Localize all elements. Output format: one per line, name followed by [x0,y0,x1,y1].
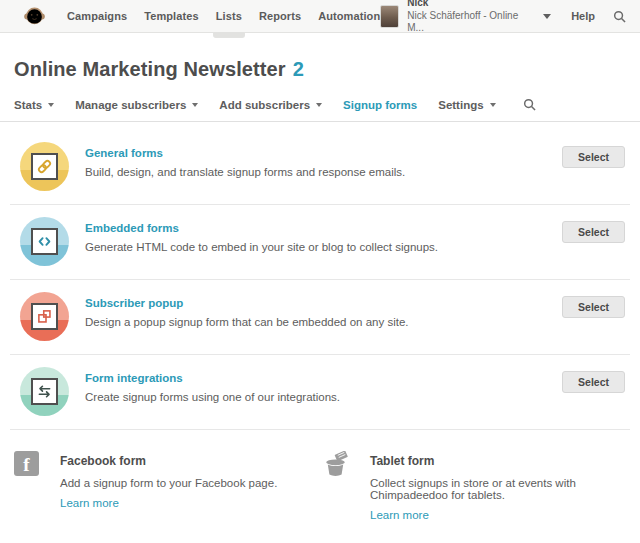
extra-form-description: Collect signups in store or at events wi… [370,477,630,501]
tab-manage-subscribers[interactable]: Manage subscribers [75,99,198,111]
embedded-forms-badge[interactable] [20,217,69,266]
nav-item-automation[interactable]: Automation [318,0,380,32]
signup-form-options: General forms Build, design, and transla… [10,142,630,430]
extra-form-description: Add a signup form to your Facebook page. [60,477,277,489]
popup-windows-icon [31,303,58,330]
form-option-embedded-forms: Embedded forms Generate HTML code to emb… [10,217,630,280]
chimpadeedoo-hat-icon [324,451,350,477]
select-button[interactable]: Select [562,371,625,393]
form-option-description: Design a popup signup form that can be e… [85,316,409,328]
mailchimp-freddie-logo[interactable] [24,6,45,27]
form-integrations-badge[interactable] [20,367,69,416]
avatar[interactable] [380,5,399,28]
account-detail: Nick Schäferhoff - Online M... [407,10,529,35]
link-icon [31,153,58,180]
form-option-form-integrations: Form integrations Create signup forms us… [10,367,630,430]
divider [0,121,640,122]
select-button[interactable]: Select [562,221,625,243]
chevron-down-icon [192,103,198,107]
nav-item-campaigns[interactable]: Campaigns [67,0,127,32]
form-option-description: Build, design, and translate signup form… [85,166,405,178]
form-option-general-forms: General forms Build, design, and transla… [10,142,630,205]
swap-arrows-icon [31,378,58,405]
form-option-description: Create signup forms using one of our int… [85,391,340,403]
learn-more-link[interactable]: Learn more [60,497,119,509]
form-option-title[interactable]: General forms [85,147,405,159]
account-area: Nick Nick Schäferhoff - Online M... Help [380,0,626,35]
form-option-title[interactable]: Embedded forms [85,222,438,234]
help-link[interactable]: Help [571,10,595,22]
code-icon [31,228,58,255]
search-icon [613,10,626,23]
nav-item-lists[interactable]: Lists [216,0,242,32]
facebook-icon: f [14,451,39,476]
account-menu[interactable]: Nick Nick Schäferhoff - Online M... [407,0,529,35]
header-search-button[interactable] [613,10,626,23]
list-search-button[interactable] [523,98,536,111]
top-header: Campaigns Templates Lists Reports Automa… [0,0,640,33]
select-button[interactable]: Select [562,296,625,318]
select-button[interactable]: Select [562,146,625,168]
subscriber-popup-badge[interactable] [20,292,69,341]
chevron-down-icon [490,103,496,107]
extra-form-title: Tablet form [370,454,630,468]
list-title: Online Marketing Newsletter [14,58,286,80]
tab-stats[interactable]: Stats [14,99,54,111]
form-option-subscriber-popup: Subscriber popup Design a popup signup f… [10,292,630,355]
nav-item-reports[interactable]: Reports [259,0,301,32]
page-title: Online Marketing Newsletter2 [14,58,626,81]
search-icon [523,98,536,111]
facebook-form-card: f Facebook form Add a signup form to you… [10,451,320,523]
nav-item-templates[interactable]: Templates [144,0,199,32]
learn-more-link[interactable]: Learn more [370,509,429,521]
tab-signup-forms[interactable]: Signup forms [343,99,417,111]
list-tab-bar: Stats Manage subscribers Add subscribers… [14,98,626,121]
extra-forms-section: f Facebook form Add a signup form to you… [10,451,630,523]
form-option-title[interactable]: Subscriber popup [85,297,409,309]
chevron-down-icon[interactable] [543,14,551,19]
chevron-down-icon [48,103,54,107]
extra-form-title: Facebook form [60,454,277,468]
tab-add-subscribers[interactable]: Add subscribers [219,99,322,111]
form-option-title[interactable]: Form integrations [85,372,340,384]
subscriber-count: 2 [293,58,304,80]
general-forms-badge[interactable] [20,142,69,191]
main-nav: Campaigns Templates Lists Reports Automa… [67,0,380,32]
chevron-down-icon [316,103,322,107]
tablet-form-card: Tablet form Collect signups in store or … [320,451,630,523]
account-name: Nick [407,0,529,10]
tab-settings[interactable]: Settings [438,99,495,111]
form-option-description: Generate HTML code to embed in your site… [85,241,438,253]
